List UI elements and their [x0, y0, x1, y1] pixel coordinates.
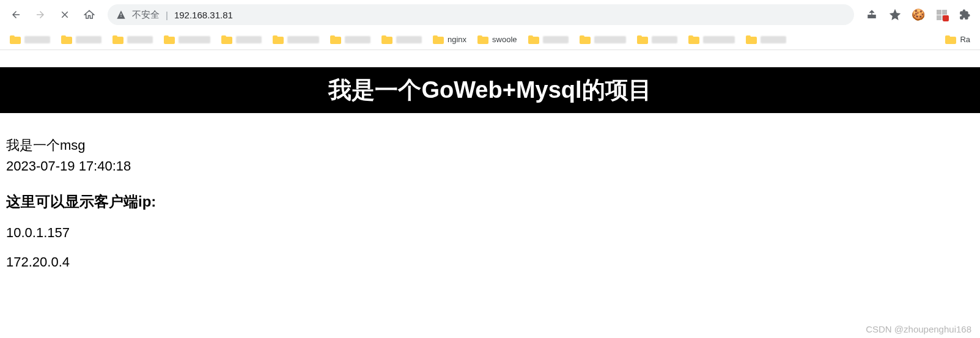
bookmark-label — [287, 36, 319, 43]
folder-icon — [477, 35, 488, 44]
bookmark-label — [543, 36, 569, 43]
bookmark-item-swoole[interactable]: swoole — [474, 34, 520, 45]
extensions-puzzle-icon[interactable] — [954, 4, 975, 25]
folder-icon — [10, 35, 21, 44]
ip-entry: 172.20.0.4 — [6, 254, 974, 270]
bookmark-star-icon[interactable] — [885, 4, 905, 25]
watermark: CSDN @zhoupenghui168 — [866, 324, 971, 334]
address-separator: | — [166, 10, 168, 20]
bookmark-label — [761, 36, 786, 43]
bookmark-label — [127, 36, 153, 43]
bookmark-item[interactable] — [57, 34, 105, 45]
bookmark-item[interactable] — [269, 34, 323, 45]
folder-icon — [580, 35, 591, 44]
bookmark-label — [179, 36, 210, 43]
folder-icon — [273, 35, 284, 44]
bookmark-label: swoole — [492, 35, 517, 44]
folder-icon — [330, 35, 341, 44]
bookmark-item[interactable] — [326, 34, 374, 45]
bookmark-label — [76, 36, 101, 43]
bookmark-label — [652, 36, 677, 43]
bookmark-item[interactable] — [576, 34, 630, 45]
not-secure-label: 不安全 — [132, 9, 160, 21]
page-title: 我是一个GoWeb+Mysql的项目 — [0, 67, 980, 113]
ip-entry: 10.0.1.157 — [6, 225, 974, 241]
forward-button[interactable] — [29, 4, 51, 26]
toolbar-right: 🍪 — [861, 4, 975, 25]
home-button[interactable] — [78, 4, 100, 26]
extension-grid-icon[interactable] — [931, 4, 952, 25]
msg-text: 我是一个msg — [6, 136, 974, 155]
bookmark-item[interactable] — [378, 34, 426, 45]
share-icon[interactable] — [861, 4, 882, 25]
bookmark-item-nginx[interactable]: nginx — [429, 34, 470, 45]
folder-icon — [945, 35, 956, 44]
page-content: 我是一个GoWeb+Mysql的项目 我是一个msg 2023-07-19 17… — [0, 67, 980, 270]
back-button[interactable] — [5, 4, 27, 26]
folder-icon — [221, 35, 232, 44]
folder-icon — [528, 35, 539, 44]
folder-icon — [688, 35, 699, 44]
bookmark-label — [594, 36, 626, 43]
content-body: 我是一个msg 2023-07-19 17:40:18 这里可以显示客户端ip:… — [0, 113, 980, 270]
bookmark-item[interactable] — [633, 34, 681, 45]
bookmark-label: Ra — [960, 35, 970, 44]
bookmark-label — [345, 36, 370, 43]
bookmark-item[interactable] — [685, 34, 739, 45]
bookmark-label — [703, 36, 735, 43]
browser-toolbar: 不安全 | 192.168.31.81 🍪 — [0, 0, 980, 29]
folder-icon — [637, 35, 648, 44]
client-ip-title: 这里可以显示客户端ip: — [6, 192, 974, 211]
stop-button[interactable] — [54, 4, 76, 26]
bookmark-item[interactable] — [742, 34, 790, 45]
bookmarks-bar: nginx swoole Ra — [0, 29, 980, 50]
bookmark-item-end[interactable]: Ra — [941, 34, 974, 45]
folder-icon — [381, 35, 392, 44]
bookmark-label — [396, 36, 422, 43]
folder-icon — [746, 35, 757, 44]
cookie-extension-icon[interactable]: 🍪 — [908, 4, 929, 25]
bookmark-item[interactable] — [525, 34, 572, 45]
folder-icon — [112, 35, 123, 44]
folder-icon — [61, 35, 72, 44]
bookmark-item[interactable] — [6, 34, 54, 45]
bookmark-label — [236, 36, 262, 43]
folder-icon — [433, 35, 444, 44]
bookmark-item[interactable] — [109, 34, 157, 45]
url-text: 192.168.31.81 — [174, 10, 233, 20]
bookmark-item[interactable] — [160, 34, 214, 45]
bookmark-label: nginx — [448, 35, 466, 44]
bookmark-label — [24, 36, 50, 43]
address-bar[interactable]: 不安全 | 192.168.31.81 — [108, 4, 854, 25]
not-secure-icon — [116, 10, 126, 20]
folder-icon — [164, 35, 175, 44]
bookmark-item[interactable] — [218, 34, 265, 45]
timestamp-text: 2023-07-19 17:40:18 — [6, 157, 974, 175]
